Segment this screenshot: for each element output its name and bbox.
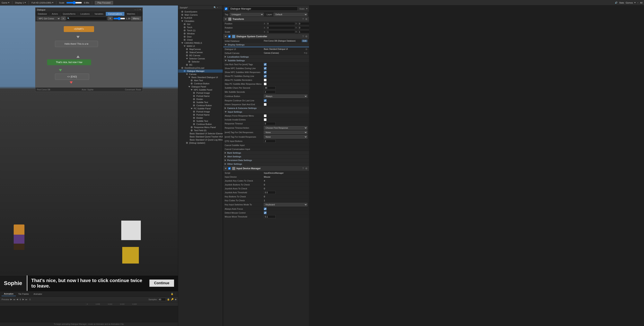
tree-dontdestroy[interactable]: DontDestroyOnLoad — [178, 66, 223, 69]
use-rich-text-checkbox[interactable] — [264, 63, 266, 66]
tree-continue-btn2[interactable]: Continue Button — [178, 104, 223, 107]
tab-conversations[interactable]: Conversations — [106, 12, 124, 16]
tree-mapcanvas[interactable]: MapCanvas — [178, 48, 223, 51]
scale-y-input[interactable] — [298, 30, 309, 33]
node-end[interactable]: <> [END] — [55, 74, 89, 80]
tree-pc-continue[interactable]: Continue Button — [178, 123, 223, 126]
tree-canvas-panels[interactable]: CANVAS PANELS — [178, 41, 223, 44]
idm-auto-focus-checkbox[interactable] — [264, 207, 266, 210]
anim-pause-icon[interactable]: ⏸ — [19, 298, 21, 301]
continue-button[interactable]: Continue — [150, 280, 174, 287]
dialogue-close[interactable]: ✕ — [139, 8, 141, 11]
idm-enabled-checkbox[interactable] — [228, 167, 230, 170]
object-active-checkbox[interactable] — [225, 7, 228, 10]
tree-bgcanvas[interactable]: BG Canvas — [178, 54, 223, 57]
pos-y-input[interactable] — [298, 22, 309, 25]
idm-key-switches-dropdown[interactable]: Keyboard — [264, 203, 308, 206]
tree-door[interactable]: Door — [178, 35, 223, 38]
tree-basic-standard-ui[interactable]: Basic Standard Dialogue UI — [178, 76, 223, 79]
tree-pc-subtitle[interactable]: PC Subtitle Panel — [178, 107, 223, 110]
tab-actors[interactable]: Actors — [50, 12, 60, 16]
canvas-select-icon[interactable]: ✕ — [304, 52, 306, 54]
node-start[interactable]: <START> — [64, 26, 94, 32]
add-convo-btn[interactable]: + — [61, 16, 66, 20]
scale-slider[interactable] — [66, 1, 82, 4]
tree-pc-divider[interactable]: Divider — [178, 116, 223, 120]
tree-player[interactable]: PLAYER — [178, 16, 223, 19]
tree-main-ui[interactable]: MAIN UI — [178, 44, 223, 48]
inform-sequence-checkbox[interactable] — [264, 103, 266, 106]
always-force-checkbox[interactable] — [264, 114, 266, 117]
dialogue-canvas[interactable]: <START> Hello there! This is a te That's… — [36, 21, 142, 88]
zoom-slider[interactable] — [114, 17, 125, 20]
idm-mouse-threshold-input[interactable] — [264, 215, 276, 218]
pos-x-input[interactable] — [266, 22, 295, 25]
tree-clickables[interactable]: Clickables — [178, 19, 223, 23]
anim-key-icon[interactable]: 🔑 — [171, 298, 174, 301]
tree-canvas[interactable]: Canvas — [178, 73, 223, 76]
dc-enabled-checkbox[interactable] — [228, 35, 230, 38]
tree-eventsystem[interactable]: EventSystem — [178, 10, 223, 13]
localization-subsection[interactable]: Localization Settings — [223, 55, 309, 59]
anim-diamond-icon[interactable]: ◆ — [175, 298, 176, 301]
display-dropdown[interactable]: Display 1 ▾ — [15, 1, 26, 4]
canvas-pick-icon[interactable]: ◎ — [306, 52, 308, 54]
rot-y-input[interactable] — [298, 26, 309, 29]
tab-quests[interactable]: Quests/Items — [60, 12, 78, 16]
rot-x-input[interactable] — [266, 26, 295, 29]
camera-subsection[interactable]: Camera & Cutscene Settings — [223, 106, 309, 110]
tree-selectorcanvas[interactable]: Selector Canvas — [178, 57, 223, 60]
tree-subtitle-text[interactable]: Subtitle Text — [178, 101, 223, 104]
timeout-action-dropdown[interactable]: Choose First Response — [264, 126, 308, 130]
close-search-btn[interactable]: ✕ — [108, 16, 113, 20]
game-dropdown[interactable]: Game ▾ — [2, 1, 10, 4]
edit-db-btn[interactable]: Edit — [302, 40, 308, 42]
bark-subsection[interactable]: Bark Settings — [223, 151, 309, 155]
tree-text-field[interactable]: Text Field (0) — [178, 129, 223, 132]
show-pc-during-checkbox[interactable] — [264, 75, 266, 77]
idm-info-btn[interactable]: ? — [302, 167, 304, 170]
tree-npc-subtitle[interactable]: NPC Subtitle Panel — [178, 88, 223, 91]
other-subsection[interactable]: Other Settings — [223, 162, 309, 166]
dc-info-btn[interactable]: ? — [302, 35, 304, 38]
tree-divider[interactable]: Divider — [178, 98, 223, 101]
tag-dropdown[interactable]: Untagged — [230, 13, 264, 16]
tab-locations[interactable]: Locations — [78, 12, 92, 16]
layer-dropdown[interactable]: Default — [274, 13, 308, 16]
tree-continue-btn[interactable]: Continue Button — [178, 82, 223, 85]
tree-quest-tracker[interactable]: Basic Standard Quest Tracker HUD — [178, 135, 223, 138]
dialogue-ui-select-icon[interactable]: ◎ — [306, 48, 308, 50]
anim-play-icon[interactable]: ▶ — [10, 298, 12, 301]
tree-pc-portrait[interactable]: Portrait Image — [178, 110, 223, 113]
tree-bg[interactable]: BG — [178, 63, 223, 66]
tree-statuscanvas[interactable]: StatusCanvas — [178, 51, 223, 54]
tree-pc-subtitle-text[interactable]: Subtitle Text — [178, 120, 223, 123]
tab-database[interactable]: Database — [36, 12, 50, 16]
idm-expand-icon[interactable] — [225, 168, 227, 169]
tree-chest[interactable]: Chest — [178, 38, 223, 41]
transform-info-btn[interactable]: ? — [302, 18, 304, 20]
object-name-field[interactable] — [229, 7, 298, 11]
node-hello[interactable]: Hello there! This is a te — [55, 41, 98, 47]
tree-girl[interactable]: Girl — [178, 23, 223, 26]
dc-settings-btn[interactable]: ⚙ — [305, 35, 308, 38]
tree-dialogue-panel[interactable]: Dialogue Panel — [178, 85, 223, 88]
anim-end-icon[interactable]: ⏭ — [25, 298, 28, 301]
tree-torch1[interactable]: Torch (1) — [178, 29, 223, 32]
samples-input[interactable] — [158, 298, 166, 301]
idm-settings-btn[interactable]: ⚙ — [305, 167, 308, 170]
subtitle-subsection[interactable]: Subtitle Settings — [223, 59, 309, 62]
dialogue-minimize[interactable]: — — [134, 8, 136, 11]
anim-lock-icon[interactable]: 🔒 — [167, 298, 170, 301]
play-button[interactable]: Play Focused — [95, 1, 113, 4]
tab-animator[interactable]: Animator — [31, 292, 44, 296]
show-npc-responses-checkbox[interactable] — [264, 71, 266, 74]
tab-variables[interactable]: Variables — [92, 12, 106, 16]
tree-portrait-image[interactable]: Portrait Image — [178, 91, 223, 95]
tab-watches[interactable]: Watches — [124, 12, 138, 16]
transform-expand-icon[interactable] — [225, 18, 227, 20]
tab-more-icon[interactable]: ⋮ — [174, 293, 176, 295]
anim-prev-icon[interactable]: ⏮ — [13, 298, 15, 301]
alert-subsection[interactable]: Alert Settings — [223, 155, 309, 159]
transform-settings-btn[interactable]: ⚙ — [305, 18, 308, 20]
